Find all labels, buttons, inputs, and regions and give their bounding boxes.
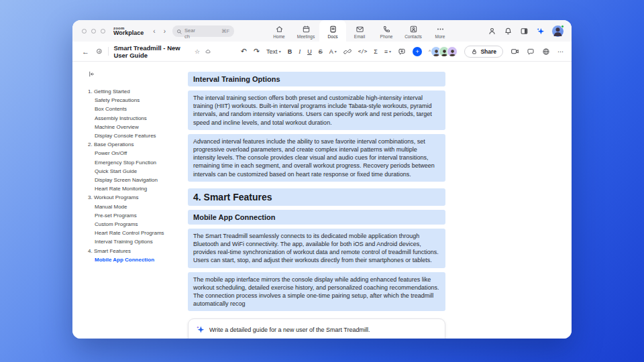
formula-button[interactable]: Σ — [374, 48, 378, 55]
email-icon — [356, 25, 364, 34]
notifications-bell-icon[interactable] — [504, 27, 513, 36]
strikethrough-button[interactable]: S — [319, 48, 323, 55]
chevron-down-icon: ▾ — [389, 49, 391, 54]
bold-button[interactable]: B — [288, 48, 292, 55]
toc-item-preset-programs[interactable]: Pre-set Programs — [88, 211, 188, 220]
history-back-icon[interactable]: ‹ — [153, 27, 155, 35]
toc-item-box-contents[interactable]: Box Contents — [88, 105, 188, 113]
search-shortcut: ⌘F — [221, 28, 229, 34]
ai-sparkle-icon — [196, 325, 205, 334]
toc-item-workout-programs[interactable]: 3. Workout Programs — [88, 193, 188, 202]
divider — [108, 47, 109, 56]
toc-item-base-operations[interactable]: 2. Base Operations — [88, 140, 188, 149]
main-nav: Home Meetings Docs Email Phone Contacts — [266, 20, 453, 42]
toc-item-custom-programs[interactable]: Custom Programs — [88, 220, 188, 229]
titlebar: zoom Workplace ‹ › Search ⌘F Home Meetin… — [72, 20, 572, 42]
undo-button[interactable]: ↶ — [241, 47, 247, 56]
more-options-icon[interactable]: ⋯ — [557, 48, 564, 55]
outline-sidebar: 1. Getting Started Safety Precautions Bo… — [72, 62, 188, 339]
favorite-star-icon[interactable]: ☆ — [195, 48, 200, 55]
tab-phone[interactable]: Phone — [373, 20, 400, 42]
tab-email[interactable]: Email — [346, 20, 373, 42]
share-button[interactable]: Share — [464, 46, 503, 58]
collapse-sidebar-icon[interactable] — [88, 70, 95, 78]
toc-item-power-on-off[interactable]: Power On/Off — [88, 149, 188, 158]
close-window-icon[interactable] — [82, 29, 87, 34]
toc-item-interval-training-options[interactable]: Interval Training Options — [88, 237, 188, 246]
link-icon[interactable] — [343, 48, 352, 56]
app-window: zoom Workplace ‹ › Search ⌘F Home Meetin… — [72, 20, 572, 339]
toc-item-getting-started[interactable]: 1. Getting Started — [88, 87, 188, 96]
history-forward-icon[interactable]: › — [164, 27, 166, 35]
toc-item-assembly-instructions[interactable]: Assembly Instructions — [88, 114, 188, 123]
back-button[interactable]: ← — [82, 48, 89, 56]
toc-item-display-console-features[interactable]: Display Console Features — [88, 131, 188, 140]
italic-button[interactable]: I — [299, 48, 301, 55]
lock-icon — [471, 48, 478, 55]
logo-workplace-text: Workplace — [113, 30, 144, 36]
docs-icon — [329, 25, 337, 34]
doc-heading-interval-training[interactable]: Interval Training Options — [188, 72, 445, 86]
doc-paragraph[interactable]: Advanced interval features include the a… — [188, 134, 445, 182]
toc-item-display-screen-navigation[interactable]: Display Screen Navigation — [88, 176, 188, 184]
more-icon — [436, 25, 445, 34]
minimize-window-icon[interactable] — [91, 29, 96, 34]
tab-more[interactable]: More — [427, 20, 453, 42]
chevron-down-icon: ▾ — [335, 49, 337, 54]
ai-companion-sparkle-icon[interactable] — [536, 27, 545, 36]
tab-docs[interactable]: Docs — [319, 20, 346, 42]
ai-prompt-text: Write a detailed guide for a new user of… — [209, 326, 370, 333]
globe-language-icon[interactable] — [542, 48, 550, 56]
cloud-saved-icon — [205, 47, 211, 56]
side-panel-icon[interactable] — [520, 27, 529, 36]
collaborator-avatars — [431, 46, 458, 57]
doc-paragraph[interactable]: The mobile app interface mirrors the con… — [188, 272, 445, 312]
search-input[interactable]: Search ⌘F — [172, 25, 234, 37]
document-content[interactable]: Interval Training Options The interval t… — [188, 62, 445, 339]
doc-paragraph[interactable]: The interval training section offers bot… — [188, 90, 445, 130]
collaborator-avatar[interactable] — [447, 46, 458, 57]
code-block-button[interactable]: </> — [358, 48, 368, 54]
doc-heading-smart-features[interactable]: 4. Smart Features — [188, 188, 445, 206]
search-icon — [176, 29, 182, 35]
ai-companion-card: Write a detailed guide for a new user of… — [188, 318, 445, 339]
presence-available-dot — [561, 25, 564, 28]
document-toolbar: ← Smart Treadmill - New User Guide ☆ ↶ ↷… — [72, 42, 572, 62]
text-color-dropdown[interactable]: A▾ — [329, 48, 337, 55]
underline-button[interactable]: U — [307, 48, 312, 55]
add-comment-icon[interactable] — [398, 48, 406, 56]
document-body: 1. Getting Started Safety Precautions Bo… — [72, 62, 572, 339]
doc-heading-mobile-app-connection[interactable]: Mobile App Connection — [188, 210, 445, 225]
ai-insert-button[interactable]: + — [413, 47, 422, 56]
contacts-icon — [409, 25, 418, 34]
chevron-down-icon: ▾ — [279, 49, 281, 54]
toc-item-smart-features[interactable]: 4. Smart Features — [88, 247, 188, 255]
doc-paragraph[interactable]: The Smart Treadmill seamlessly connects … — [188, 229, 445, 268]
toc-item-mobile-app-connection[interactable]: Mobile App Connection — [88, 255, 188, 264]
video-camera-icon[interactable] — [511, 47, 519, 56]
toc-item-emergency-stop[interactable]: Emergency Stop Function — [88, 158, 188, 167]
docs-logo-icon[interactable] — [96, 47, 103, 56]
search-placeholder: Search — [184, 27, 195, 40]
tab-meetings[interactable]: Meetings — [292, 20, 319, 42]
tab-home[interactable]: Home — [266, 20, 292, 42]
text-style-dropdown[interactable]: Text▾ — [266, 48, 281, 55]
toc-item-quick-start-guide[interactable]: Quick Start Guide — [88, 167, 188, 176]
phone-icon — [382, 25, 391, 34]
toc-item-safety-precautions[interactable]: Safety Precautions — [88, 96, 188, 105]
redo-button[interactable]: ↷ — [254, 47, 260, 56]
toc-item-heart-rate-monitoring[interactable]: Heart Rate Monitoring — [88, 184, 188, 193]
profile-icon[interactable] — [488, 27, 496, 36]
toc-item-manual-mode[interactable]: Manual Mode — [88, 202, 188, 211]
zoom-window-icon[interactable] — [101, 29, 105, 34]
tab-contacts[interactable]: Contacts — [400, 20, 427, 42]
toc-item-machine-overview[interactable]: Machine Overview — [88, 123, 188, 131]
window-controls[interactable] — [82, 29, 105, 34]
toc-item-heart-rate-control-programs[interactable]: Heart Rate Control Programs — [88, 229, 188, 237]
align-dropdown[interactable]: ≡▾ — [384, 48, 391, 55]
user-avatar[interactable] — [552, 25, 564, 37]
document-title: Smart Treadmill - New User Guide — [113, 44, 190, 59]
comments-icon[interactable] — [527, 48, 535, 56]
zoom-workplace-logo: zoom Workplace — [113, 26, 144, 36]
table-of-contents: 1. Getting Started Safety Precautions Bo… — [88, 87, 188, 264]
